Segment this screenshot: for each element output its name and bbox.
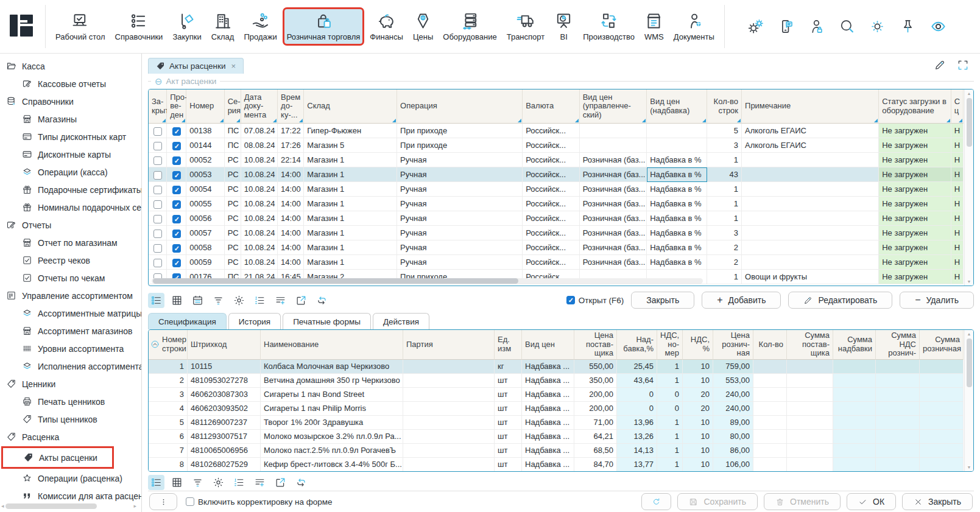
document-row[interactable]: 00055РС10.08.2414:00Магазин 1РучнаяРосси…	[149, 197, 964, 211]
sidebar-hscrollbar[interactable]: ◂ ▸	[1, 502, 136, 510]
closed-checkbox[interactable]	[153, 244, 162, 253]
doc-column-header[interactable]: Примечание	[742, 89, 879, 124]
top-nav-item-10[interactable]: BI	[551, 8, 577, 45]
top-nav-item-9[interactable]: Транспорт	[503, 8, 549, 45]
scroll-thumb[interactable]	[5, 503, 97, 509]
spec-column-header[interactable]: НДС, %	[683, 330, 713, 360]
scroll-down-icon[interactable]: ▼	[967, 279, 971, 284]
doc-column-header[interactable]: Кол-во строк	[707, 89, 742, 124]
posted-checkbox[interactable]	[172, 171, 181, 180]
posted-checkbox[interactable]	[172, 230, 181, 238]
posted-checkbox[interactable]	[172, 156, 181, 165]
brightness-button[interactable]	[869, 18, 886, 35]
sidebar-item[interactable]: Управление ассортиментом	[0, 287, 141, 304]
document-row[interactable]: 00058РС10.08.2414:00Магазин 1РучнаяРосси…	[149, 240, 964, 255]
cancel-button[interactable]: Отменить	[764, 493, 841, 510]
sidebar-item[interactable]: Реестр чеков	[0, 251, 141, 269]
checkbox-checked-icon[interactable]	[566, 296, 575, 304]
specification-row[interactable]: 64811293007517Молоко мозырское 3.2% пл.0…	[149, 430, 964, 444]
toolbar-list-button[interactable]	[148, 475, 164, 490]
document-row[interactable]: 00054РС10.08.2414:00Магазин 1РучнаяРосси…	[149, 182, 964, 197]
spec-column-header[interactable]: Вид цен	[522, 330, 574, 360]
spec-column-header[interactable]: Цена постав- щика	[574, 330, 617, 360]
toolbar-add-list-button[interactable]	[272, 293, 289, 308]
spec-column-header[interactable]: Штрихкод	[188, 330, 261, 360]
toolbar-list-button[interactable]	[148, 293, 164, 308]
top-nav-item-12[interactable]: WMS	[641, 8, 668, 45]
spec-column-header[interactable]: Сумма НДС рознич-	[876, 330, 920, 360]
add-button[interactable]: +Добавить	[702, 292, 781, 309]
ok-button[interactable]: ОК	[847, 493, 896, 510]
detail-tab[interactable]: Действия	[373, 313, 429, 329]
doc-column-header[interactable]: Врем до- ку-...	[278, 89, 304, 124]
spec-vscrollbar[interactable]: ▲ ▼	[964, 330, 973, 471]
sidebar-item[interactable]: Типы ценников	[0, 410, 141, 428]
detail-tab[interactable]: Спецификация	[148, 313, 227, 329]
open-f6-checkbox[interactable]: Открыт (F6)	[566, 296, 624, 305]
doc-column-header[interactable]: Номер	[186, 89, 224, 124]
specification-row[interactable]: 34606203087303Сигареты 1 пач Bond Street…	[149, 388, 964, 402]
specification-row[interactable]: 44606203093502Сигареты 1 пач Philip Morr…	[149, 402, 964, 416]
collapse-icon[interactable]: ⊖	[155, 77, 163, 86]
closed-checkbox[interactable]	[153, 142, 162, 150]
top-nav-item-0[interactable]: Рабочий стол	[52, 8, 109, 45]
sidebar-item[interactable]: Справочники	[0, 93, 141, 110]
scroll-thumb[interactable]	[153, 278, 518, 284]
enable-adjustment-checkbox[interactable]: Включить корректировку на форме	[186, 497, 333, 507]
scroll-left-icon[interactable]: ◂	[1, 503, 4, 509]
top-nav-item-4[interactable]: Продажи	[240, 8, 280, 45]
posted-checkbox[interactable]	[172, 127, 181, 136]
sidebar-item[interactable]: Магазины	[0, 110, 141, 128]
toolbar-settings-button[interactable]	[210, 475, 227, 490]
doc-column-header[interactable]: Вид цен (надбавка)	[647, 89, 707, 124]
tab-acts-of-pricing[interactable]: Акты расценки ×	[148, 58, 244, 74]
top-nav-item-3[interactable]: Склад	[208, 8, 238, 45]
sidebar-item[interactable]: Ассортиментные матрицы	[0, 304, 141, 322]
specification-row[interactable]: 110115Колбаса Молочная вар ЧеркизовокгНа…	[149, 360, 964, 374]
closed-checkbox[interactable]	[153, 127, 162, 136]
toolbar-grid-button[interactable]	[169, 475, 185, 490]
app-logo-icon[interactable]	[10, 13, 34, 38]
spec-column-header[interactable]: Над- бавка,%	[617, 330, 657, 360]
sidebar-item[interactable]: Исполнения ассортимента	[0, 357, 141, 375]
spec-column-header[interactable]: Номер строки	[149, 330, 188, 360]
spec-column-header[interactable]: Наименование	[261, 330, 403, 360]
document-row[interactable]: 00144ПС08.08.2417:26Магазин 5При приходе…	[149, 138, 964, 153]
sidebar-item[interactable]: Операции (касса)	[0, 163, 141, 181]
specification-row[interactable]: 84810268027529Кефир брест-литовск 3.4-4%…	[149, 458, 964, 472]
sidebar-item[interactable]: Номиналы подарочных серти	[0, 198, 141, 216]
posted-checkbox[interactable]	[172, 142, 181, 150]
closed-checkbox[interactable]	[153, 186, 162, 194]
document-row[interactable]: 00052РС10.08.2422:14Магазин 1РучнаяРосси…	[149, 153, 964, 167]
toolbar-filter-button[interactable]	[189, 475, 206, 490]
spec-column-header[interactable]: НДС, но- мер	[657, 330, 683, 360]
document-row[interactable]: 00056РС10.08.2414:00Магазин 1РучнаяРосси…	[149, 211, 964, 226]
sidebar-item[interactable]: Печать ценников	[0, 393, 141, 410]
close-document-button[interactable]: Закрыть	[631, 292, 694, 309]
top-nav-item-13[interactable]: Документы	[670, 8, 718, 45]
document-row[interactable]: 00138ПС07.08.2417:22Гипер-ФьюженПри прих…	[149, 124, 964, 138]
sidebar-item[interactable]: Акты расценки	[1, 446, 114, 469]
toolbar-numbered-list-button[interactable]	[231, 475, 247, 490]
doc-column-header[interactable]: С ц	[951, 89, 964, 124]
save-button[interactable]: Сохранить	[677, 493, 758, 510]
sidebar-item[interactable]: Отчет по магазинам	[0, 234, 141, 251]
specification-row[interactable]: 24810953027278Ветчина домашняя 350 гр Че…	[149, 374, 964, 388]
doc-column-header[interactable]: Се- рия	[225, 89, 241, 124]
top-nav-item-5[interactable]: Розничная торговля	[283, 8, 364, 45]
scroll-up-icon[interactable]: ▲	[967, 91, 971, 96]
refresh-button[interactable]	[641, 493, 671, 510]
closed-checkbox[interactable]	[153, 200, 162, 209]
spec-column-header[interactable]: Цена рознич- ная	[713, 330, 753, 360]
spec-column-header[interactable]: Сумма надбавки	[833, 330, 876, 360]
checkbox-unchecked-icon[interactable]	[186, 497, 194, 506]
toolbar-filter-button[interactable]	[210, 293, 227, 308]
specification-row[interactable]: 54811269007237Творог 1% 200г Здравушкашт…	[149, 416, 964, 430]
posted-checkbox[interactable]	[172, 200, 181, 209]
toolbar-add-list-button[interactable]	[252, 475, 268, 490]
doc-column-header[interactable]: Операция	[397, 89, 523, 124]
posted-checkbox[interactable]	[172, 215, 181, 223]
doc-hscrollbar[interactable]	[152, 278, 703, 284]
toolbar-calendar-button[interactable]	[189, 293, 206, 308]
doc-column-header[interactable]: Про- ве- ден	[167, 89, 186, 124]
